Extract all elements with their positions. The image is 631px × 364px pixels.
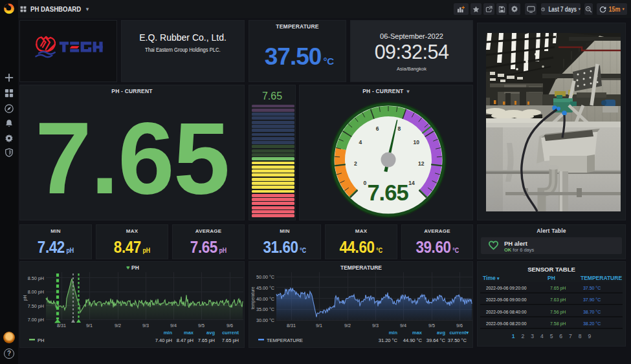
svg-text:PH: PH [38, 337, 44, 343]
svg-text:current: current [222, 330, 239, 336]
svg-text:45.00 °C: 45.00 °C [256, 285, 274, 291]
svg-text:max: max [184, 330, 194, 336]
svg-text:7.00 pH: 7.00 pH [28, 317, 44, 323]
svg-text:7.40 pH: 7.40 pH [155, 337, 172, 343]
svg-text:0: 0 [364, 180, 367, 186]
svg-text:44.90 °C: 44.90 °C [403, 337, 423, 343]
svg-text:9/5: 9/5 [198, 323, 205, 328]
svg-text:min: min [389, 330, 398, 336]
svg-text:9/5: 9/5 [428, 323, 435, 328]
svg-text:8.00 pH: 8.00 pH [28, 289, 44, 295]
svg-text:50.00 °C: 50.00 °C [256, 274, 274, 280]
svg-text:8/31: 8/31 [57, 323, 66, 328]
svg-text:10: 10 [413, 139, 419, 145]
svg-text:7.65 pH: 7.65 pH [198, 337, 215, 343]
svg-text:40.00 °C: 40.00 °C [256, 296, 274, 302]
svg-text:6: 6 [376, 125, 379, 132]
svg-text:12: 12 [418, 160, 425, 167]
svg-text:9/4: 9/4 [170, 323, 177, 328]
svg-text:TEMPERATURE: TEMPERATURE [267, 337, 303, 343]
svg-text:9/6: 9/6 [456, 323, 463, 328]
svg-text:9/2: 9/2 [115, 323, 121, 328]
svg-text:pH: pH [23, 295, 28, 301]
svg-text:30.00 °C: 30.00 °C [256, 317, 274, 323]
svg-text:39.64 °C: 39.64 °C [426, 337, 446, 343]
svg-text:♥ PH: ♥ PH [126, 264, 139, 271]
svg-text:9/4: 9/4 [400, 323, 406, 328]
svg-text:9/2: 9/2 [344, 323, 351, 328]
svg-text:min: min [164, 330, 173, 336]
svg-text:9/1: 9/1 [316, 323, 322, 328]
svg-text:8: 8 [397, 125, 401, 132]
svg-text:avg: avg [437, 330, 445, 336]
svg-text:temperature: temperature [250, 286, 256, 309]
svg-text:2: 2 [354, 160, 357, 167]
svg-text:9/1: 9/1 [86, 323, 93, 328]
svg-text:current▾: current▾ [449, 330, 469, 336]
svg-text:37.50 °C: 37.50 °C [448, 337, 467, 343]
svg-text:9/6: 9/6 [227, 323, 233, 328]
svg-text:35.00 °C: 35.00 °C [256, 306, 274, 312]
svg-text:8.47 pH: 8.47 pH [177, 337, 194, 343]
svg-text:9/3: 9/3 [372, 323, 379, 328]
svg-text:TEMPERATURE: TEMPERATURE [340, 264, 382, 271]
svg-text:7.50 pH: 7.50 pH [28, 303, 44, 309]
svg-text:7.65 pH: 7.65 pH [222, 337, 239, 343]
svg-text:8/31: 8/31 [287, 323, 296, 328]
svg-text:4: 4 [359, 139, 362, 145]
svg-text:9/3: 9/3 [142, 323, 149, 328]
svg-text:8.50 pH: 8.50 pH [28, 275, 44, 281]
svg-text:14: 14 [408, 180, 415, 186]
svg-text:7.65: 7.65 [367, 180, 408, 205]
svg-text:avg: avg [206, 330, 215, 336]
svg-text:31.20 °C: 31.20 °C [379, 337, 398, 343]
svg-text:max: max [412, 330, 423, 336]
